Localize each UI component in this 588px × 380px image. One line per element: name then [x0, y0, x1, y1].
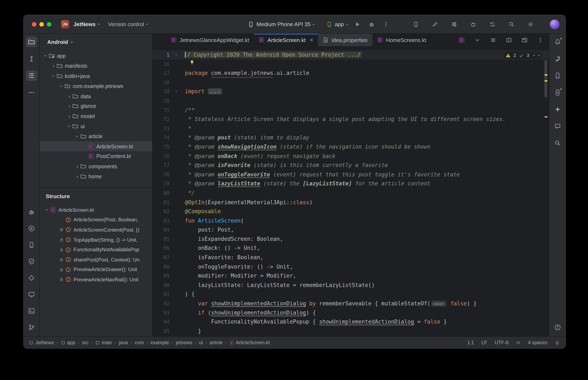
line-number[interactable]: 88	[153, 262, 169, 271]
gem-tool-button[interactable]	[26, 273, 37, 283]
code-line[interactable]: 77 * @param isFavorite (state) is this i…	[153, 161, 549, 170]
code-line[interactable]: 89 modifier: Modifier = Modifier,	[153, 271, 549, 281]
line-number[interactable]: 17	[153, 69, 169, 78]
code-line[interactable]: 78 * @param onToggleFavorite (event) req…	[153, 170, 549, 179]
breadcrumb-jetnews[interactable]: jetnews	[176, 340, 192, 345]
plugins-button[interactable]	[468, 19, 478, 29]
current-file-button[interactable]	[457, 35, 467, 45]
line-number[interactable]: 19	[153, 87, 169, 96]
tab-jetnewsglanceappwidget-kt[interactable]: JetnewsGlanceAppWidget.kt	[166, 34, 254, 46]
structure-item-functionalitynotavailablepop[interactable]: FunctionalityNotAvailablePop	[40, 245, 152, 255]
chevron-icon[interactable]: ›	[66, 103, 72, 109]
line-number[interactable]: 71	[153, 106, 169, 115]
code-line[interactable]: 71/**	[153, 106, 549, 115]
line-number[interactable]: 84	[153, 225, 169, 234]
code-line[interactable]: 86 onBack: () -> Unit,	[153, 244, 549, 253]
chevron-icon[interactable]: ›	[66, 93, 72, 99]
editor-list-button[interactable]	[488, 35, 498, 45]
notifications-button[interactable]	[552, 37, 563, 47]
line-number[interactable]: 94	[153, 317, 169, 326]
chevron-icon[interactable]: ›	[74, 173, 80, 180]
app-insights-tool-button[interactable]	[552, 121, 563, 132]
file-encoding[interactable]: UTF-8	[495, 340, 508, 345]
line-number[interactable]: 86	[153, 244, 169, 253]
indent-indicator[interactable]	[516, 340, 521, 345]
project-menu[interactable]: JetNews ›	[73, 21, 100, 27]
code-line[interactable]: 81@OptIn(ExperimentalMaterial3Api::class…	[153, 197, 549, 207]
run-button[interactable]	[353, 19, 363, 29]
caret-position[interactable]: 1:1	[467, 340, 474, 345]
breadcrumb-example[interactable]: example	[151, 340, 169, 345]
fold-column[interactable]: ›	[169, 50, 185, 59]
more-run-actions-button[interactable]	[381, 19, 391, 29]
line-number[interactable]: 70	[153, 96, 169, 106]
breadcrumb-com[interactable]: com	[135, 340, 144, 345]
device-explorer-tool-button[interactable]	[26, 240, 37, 250]
line-number[interactable]: 74	[153, 133, 169, 142]
emulator-tool-button[interactable]	[26, 289, 37, 300]
project-item-components[interactable]: ›components	[40, 161, 152, 171]
fold-chevron-icon[interactable]: ›	[175, 50, 178, 59]
line-number[interactable]: 90	[153, 281, 169, 290]
preview-layout-button[interactable]	[520, 35, 530, 45]
line-number[interactable]: 93	[153, 308, 169, 317]
hidden-tabs-button[interactable]	[472, 35, 482, 45]
editor-scrollbar[interactable]	[545, 60, 547, 97]
code-line[interactable]: 79 * @param lazyListState (state) the [L…	[153, 179, 549, 188]
chevron-icon[interactable]: ›	[59, 83, 65, 89]
structure-item-previewarticlenavrail-unit[interactable]: PreviewArticleNavRail(): Unit	[40, 275, 152, 285]
line-number[interactable]: 95	[153, 326, 169, 336]
find-tool-button[interactable]	[552, 138, 563, 148]
chevron-icon[interactable]: ›	[43, 53, 49, 59]
line-number[interactable]: 92	[153, 299, 169, 308]
project-item-postcontent-kt[interactable]: PostContent.kt	[40, 151, 152, 161]
app-quality-tool-button[interactable]	[26, 256, 37, 267]
code-line[interactable]: 18	[153, 78, 549, 87]
code-line[interactable]: 90 lazyListState: LazyListState = rememb…	[153, 281, 549, 290]
gradle-tool-button[interactable]	[552, 54, 563, 64]
breadcrumb-app[interactable]: app	[61, 340, 75, 345]
structure-tool-button[interactable]	[26, 70, 37, 81]
breadcrumb-article[interactable]: article	[210, 340, 223, 345]
code-line[interactable]: 17package com.example.jetnews.ui.article	[153, 69, 549, 78]
more-tools-button[interactable]	[26, 87, 37, 98]
line-number[interactable]: 16	[153, 59, 169, 69]
code-line[interactable]: 91) {	[153, 290, 549, 299]
close-window-button[interactable]	[32, 22, 36, 27]
fold-chevron-icon[interactable]: ›	[175, 87, 178, 96]
code-line[interactable]: 83fun ArticleScreen(	[153, 216, 549, 225]
tab-homescreens-kt[interactable]: HomeScreens.kt	[372, 34, 431, 46]
next-issue-button[interactable]: ›	[536, 54, 542, 56]
debug-tool-button[interactable]	[26, 207, 37, 217]
project-view-selector[interactable]: Android ›	[40, 34, 152, 50]
search-everywhere-button[interactable]	[507, 19, 516, 29]
code-line[interactable]: 72 * Stateless Article Screen that displ…	[153, 115, 549, 124]
device-manager-tool-button[interactable]	[552, 70, 563, 81]
run-tool-button[interactable]	[26, 223, 37, 234]
code-line[interactable]: 84 post: Post,	[153, 225, 549, 234]
code-line[interactable]: 93 if (showUnimplementedActionDialog) {	[153, 308, 549, 317]
project-tool-button[interactable]	[26, 37, 37, 47]
chevron-icon[interactable]: ›	[44, 207, 50, 213]
line-number[interactable]: 89	[153, 271, 169, 281]
code-line[interactable]: 73 *	[153, 124, 549, 133]
code-line[interactable]: 94 FunctionalityNotAvailablePopup { show…	[153, 317, 549, 326]
project-item-manifests[interactable]: ›manifests	[40, 61, 152, 71]
line-number[interactable]: 78	[153, 170, 169, 179]
line-number[interactable]: 1	[153, 50, 169, 59]
terminal-tool-button[interactable]	[26, 305, 37, 316]
line-number[interactable]: 91	[153, 290, 169, 299]
project-item-home[interactable]: ›home	[40, 171, 152, 181]
editor-more-button[interactable]	[535, 35, 545, 45]
breadcrumb-articlescreen-kt[interactable]: ArticleScreen.kt	[229, 340, 270, 345]
line-number[interactable]: 85	[153, 234, 169, 244]
more-tool-windows-button[interactable]	[449, 19, 459, 29]
line-number[interactable]: 18	[153, 78, 169, 87]
tab-articlescreen-kt[interactable]: ArticleScreen.kt×	[254, 34, 318, 46]
indent-size[interactable]: 4 spaces	[528, 340, 547, 345]
structure-item-sharepost-post-context-un[interactable]: sharePost(Post, Context): Un	[40, 255, 152, 265]
chevron-icon[interactable]: ›	[66, 113, 72, 119]
line-number[interactable]: 72	[153, 115, 169, 124]
debug-button[interactable]	[367, 19, 377, 29]
fold-column[interactable]: ›	[169, 87, 185, 96]
